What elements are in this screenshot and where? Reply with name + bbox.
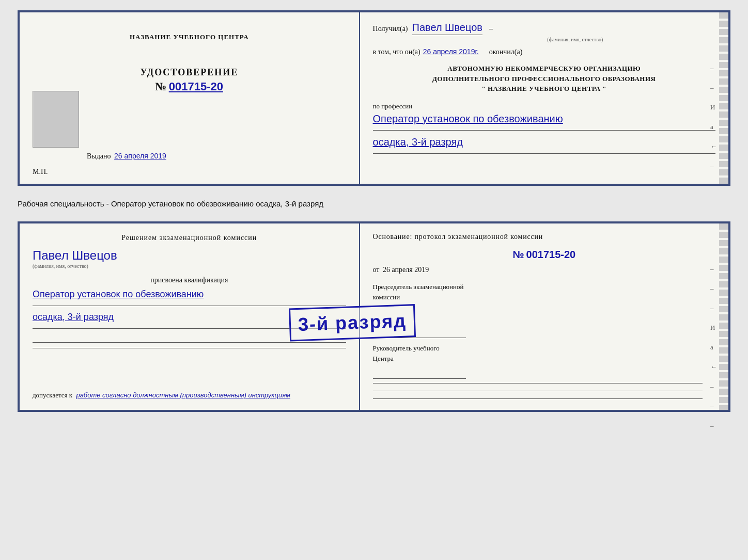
line1 [33, 342, 346, 343]
doc2-stamp-text: 3-й разряд [298, 310, 407, 335]
doc2-allowed-text: работе согласно должностным (производств… [76, 391, 290, 399]
doc2-right-dash1: – [710, 265, 717, 273]
doc1-separator2 [373, 153, 715, 154]
doc1-org-line1: АВТОНОМНУЮ НЕКОММЕРЧЕСКУЮ ОРГАНИЗАЦИЮ [373, 63, 715, 74]
doc2-allowed-container: допускается к работе согласно должностны… [33, 391, 290, 399]
doc1-finished-label: окончил(а) [489, 48, 523, 56]
page-container: НАЗВАНИЕ УЧЕБНОГО ЦЕНТРА УДОСТОВЕРЕНИЕ №… [18, 10, 730, 412]
doc2-date-prefix: от [373, 266, 380, 274]
doc1-org-line3: " НАЗВАНИЕ УЧЕБНОГО ЦЕНТРА " [373, 84, 715, 94]
doc1-issued-line: Выдано 26 апреля 2019 [87, 152, 166, 161]
doc2-qualification-line1: Оператор установок по обезвоживанию [33, 287, 204, 301]
doc1-number-prefix: № [155, 80, 167, 93]
doc2-date: 26 апреля 2019 [383, 266, 429, 274]
doc2-chairman-text: Председатель экзаменационной комиссии [373, 282, 715, 302]
doc2-leader-line2: Центра [373, 354, 715, 364]
doc2-decision-text: Решением экзаменационной комиссии [33, 234, 346, 242]
doc2-right-letter-i: И [710, 324, 717, 332]
doc1-org-text: АВТОНОМНУЮ НЕКОММЕРЧЕСКУЮ ОРГАНИЗАЦИЮ ДО… [373, 63, 715, 94]
doc1-photo-placeholder [33, 91, 79, 148]
bdash3 [373, 398, 703, 399]
doc1-profession-label: по профессии [373, 102, 715, 110]
doc2-leader-text: Руководитель учебного Центра [373, 343, 715, 363]
doc1-issued-date: 26 апреля 2019 [114, 152, 166, 160]
doc1-received-name: Павел Швецов [412, 22, 482, 35]
doc2-right-dash4: – [710, 382, 717, 391]
doc2-number-line: № 001715-20 [373, 249, 715, 261]
doc1-dash1: – [489, 25, 493, 33]
doc1-received-prefix: Получил(а) [373, 25, 408, 33]
doc2-right-letter-a: а [710, 343, 717, 351]
doc2-allowed-prefix: допускается к [33, 391, 72, 399]
doc1-left-panel: НАЗВАНИЕ УЧЕБНОГО ЦЕНТРА УДОСТОВЕРЕНИЕ №… [20, 12, 360, 184]
line2 [33, 348, 346, 348]
doc1-in-that-date: 26 апреля 2019г. [423, 47, 479, 56]
doc2-number-prefix: № [512, 249, 524, 260]
doc2-right-dash3: – [710, 304, 717, 312]
doc2-date-line: от 26 апреля 2019 [373, 266, 715, 274]
doc2-protocol-number: 001715-20 [526, 249, 576, 260]
doc2-person-name: Павел Швецов [33, 248, 117, 263]
doc1-separator [373, 130, 715, 131]
doc2-right-dash6: – [710, 422, 717, 430]
doc1-right-dash2: – [710, 84, 717, 92]
doc1-center-title: НАЗВАНИЕ УЧЕБНОГО ЦЕНТРА [130, 33, 249, 41]
document-1: НАЗВАНИЕ УЧЕБНОГО ЦЕНТРА УДОСТОВЕРЕНИЕ №… [18, 10, 730, 186]
doc1-cert-number: 001715-20 [169, 80, 223, 93]
bdash1 [373, 383, 703, 383]
doc2-assigned-text: присвоена квалификация [33, 276, 346, 284]
doc1-right-dash3: – [710, 162, 717, 170]
doc2-stamp: 3-й разряд [289, 304, 416, 341]
doc1-fio-label: (фамилия, имя, отчество) [435, 37, 715, 42]
doc2-chairman-line2: комиссии [373, 292, 715, 302]
doc1-mp-label: М.П. [33, 168, 48, 176]
doc1-profession-line1: Оператор установок по обезвоживанию [373, 111, 715, 126]
doc2-fio-label: (фамилия, имя, отчество) [33, 263, 88, 269]
document-2: Решением экзаменационной комиссии Павел … [18, 221, 730, 412]
doc1-right-letter-a: а [710, 123, 717, 131]
doc2-right-arrow: ← [710, 363, 717, 371]
doc1-cert-title: УДОСТОВЕРЕНИЕ [140, 67, 238, 78]
doc2-chairman-line1: Председатель экзаменационной [373, 282, 715, 292]
doc1-right-panel: Получил(а) Павел Швецов – (фамилия, имя,… [360, 12, 728, 184]
doc1-right-letter-i: И [710, 103, 717, 111]
doc1-right-dash1: – [710, 64, 717, 72]
doc1-issued-label: Выдано [87, 152, 111, 160]
doc1-right-arrow: ← [710, 142, 717, 151]
doc2-leader-line1: Руководитель учебного [373, 343, 715, 354]
between-text: Рабочая специальность - Оператор установ… [18, 195, 730, 212]
doc1-profession-line2: осадка, 3-й разряд [373, 135, 715, 149]
doc2-leader-sign-line [373, 366, 466, 379]
doc1-in-that-line: в том, что он(а) 26 апреля 2019г. окончи… [373, 47, 715, 56]
doc2-qual-separator1 [33, 306, 346, 306]
doc1-org-line2: ДОПОЛНИТЕЛЬНОГО ПРОФЕССИОНАЛЬНОГО ОБРАЗО… [373, 74, 715, 84]
doc2-qualification-line2: осадка, 3-й разряд [33, 310, 114, 324]
doc2-right-dash2: – [710, 284, 717, 293]
doc2-right-dash5: – [710, 402, 717, 410]
doc2-basis-text: Основание: протокол экзаменационной коми… [373, 233, 715, 241]
doc1-in-that-prefix: в том, что он(а) [373, 48, 420, 56]
doc2-bottom-dashes [373, 381, 715, 401]
bdash2 [373, 391, 703, 391]
